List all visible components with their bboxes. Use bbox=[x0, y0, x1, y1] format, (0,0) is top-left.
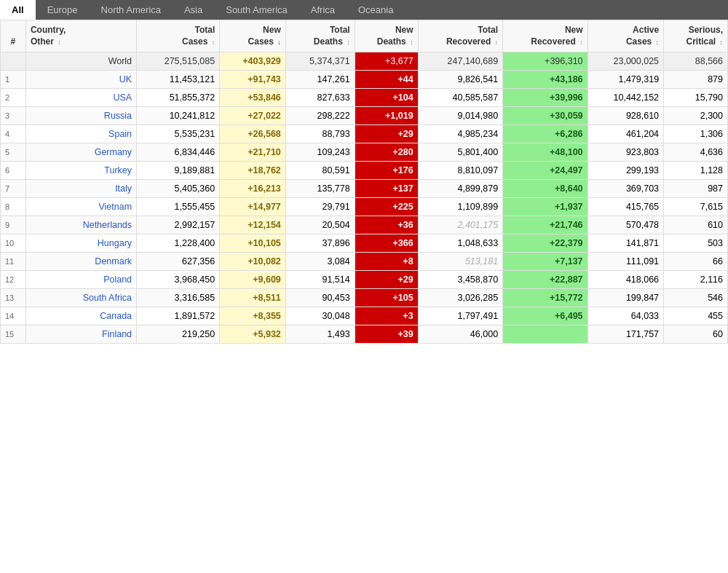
row-country[interactable]: Vietnam bbox=[25, 198, 136, 216]
tab-africa[interactable]: Africa bbox=[299, 0, 347, 20]
row-total-recovered: 1,109,899 bbox=[418, 198, 502, 216]
row-total-cases: 1,891,572 bbox=[137, 307, 220, 325]
row-new-cases: +26,568 bbox=[220, 125, 286, 143]
world-active-cases: 23,000,025 bbox=[587, 52, 664, 71]
row-active-cases: 369,703 bbox=[587, 180, 664, 198]
country-link[interactable]: Poland bbox=[103, 274, 132, 285]
row-country[interactable]: Russia bbox=[25, 107, 136, 125]
row-total-deaths: 109,243 bbox=[285, 143, 355, 162]
country-link[interactable]: USA bbox=[113, 92, 132, 103]
row-num: 12 bbox=[1, 271, 26, 289]
row-serious: 610 bbox=[664, 216, 728, 234]
country-link[interactable]: South Africa bbox=[83, 293, 132, 303]
country-link[interactable]: Vietnam bbox=[98, 202, 132, 212]
tab-oceania[interactable]: Oceania bbox=[347, 0, 405, 20]
row-num: 7 bbox=[1, 180, 26, 198]
row-country[interactable]: UK bbox=[25, 71, 136, 89]
row-total-recovered: 513,181 bbox=[418, 253, 502, 271]
world-total-deaths: 5,374,371 bbox=[285, 52, 355, 71]
col-num: # bbox=[1, 20, 26, 52]
row-country[interactable]: South Africa bbox=[25, 289, 136, 307]
row-total-recovered: 3,458,870 bbox=[418, 271, 502, 289]
row-total-cases: 219,250 bbox=[137, 325, 220, 344]
row-active-cases: 111,091 bbox=[587, 253, 664, 271]
row-total-deaths: 91,514 bbox=[285, 271, 355, 289]
country-link[interactable]: Netherlands bbox=[83, 220, 132, 230]
row-country[interactable]: Italy bbox=[25, 180, 136, 198]
row-new-recovered: +22,379 bbox=[503, 234, 587, 253]
row-num: 15 bbox=[1, 325, 26, 344]
tab-north-america[interactable]: North America bbox=[90, 0, 173, 20]
country-link[interactable]: Spain bbox=[108, 129, 132, 139]
row-new-recovered: +1,937 bbox=[503, 198, 587, 216]
row-active-cases: 141,871 bbox=[587, 234, 664, 253]
country-link[interactable]: Russia bbox=[104, 111, 132, 121]
row-new-deaths: +137 bbox=[355, 180, 418, 198]
row-new-cases: +10,105 bbox=[220, 234, 286, 253]
world-new-cases: +403,929 bbox=[220, 52, 286, 71]
row-country[interactable]: Canada bbox=[25, 307, 136, 325]
row-total-deaths: 29,791 bbox=[285, 198, 355, 216]
row-total-recovered: 40,585,587 bbox=[418, 89, 502, 107]
world-serious: 88,566 bbox=[664, 52, 728, 71]
row-active-cases: 461,204 bbox=[587, 125, 664, 143]
row-country[interactable]: USA bbox=[25, 89, 136, 107]
tab-europe[interactable]: Europe bbox=[36, 0, 90, 20]
world-total-recovered: 247,140,689 bbox=[418, 52, 502, 71]
row-new-recovered: +6,495 bbox=[503, 307, 587, 325]
row-country[interactable]: Finland bbox=[25, 325, 136, 344]
row-new-deaths: +29 bbox=[355, 125, 418, 143]
row-active-cases: 928,610 bbox=[587, 107, 664, 125]
row-new-cases: +10,082 bbox=[220, 253, 286, 271]
row-country[interactable]: Denmark bbox=[25, 253, 136, 271]
country-link[interactable]: Italy bbox=[115, 183, 132, 194]
row-country[interactable]: Turkey bbox=[25, 162, 136, 180]
row-total-deaths: 3,084 bbox=[285, 253, 355, 271]
country-link[interactable]: Hungary bbox=[98, 238, 132, 248]
col-new-cases[interactable]: NewCases ↓ bbox=[220, 20, 286, 52]
row-num: 8 bbox=[1, 198, 26, 216]
row-total-deaths: 80,591 bbox=[285, 162, 355, 180]
country-link[interactable]: Finland bbox=[102, 329, 132, 339]
country-link[interactable]: Turkey bbox=[104, 165, 132, 175]
row-total-deaths: 88,793 bbox=[285, 125, 355, 143]
row-total-recovered: 5,801,400 bbox=[418, 143, 502, 162]
country-link[interactable]: Canada bbox=[100, 311, 132, 321]
row-serious: 879 bbox=[664, 71, 728, 89]
row-total-deaths: 20,504 bbox=[285, 216, 355, 234]
col-serious[interactable]: Serious,Critical ↕ bbox=[664, 20, 728, 52]
col-new-deaths[interactable]: NewDeaths ↕ bbox=[355, 20, 418, 52]
col-total-deaths[interactable]: TotalDeaths ↕ bbox=[285, 20, 355, 52]
row-num: 5 bbox=[1, 143, 26, 162]
row-serious: 4,636 bbox=[664, 143, 728, 162]
table-header: # Country,Other ↕ TotalCases ↕ NewCases … bbox=[1, 20, 728, 52]
row-new-deaths: +39 bbox=[355, 325, 418, 344]
country-link[interactable]: Germany bbox=[95, 147, 132, 157]
row-total-recovered: 9,014,980 bbox=[418, 107, 502, 125]
col-total-recovered[interactable]: TotalRecovered ↕ bbox=[418, 20, 502, 52]
row-total-deaths: 30,048 bbox=[285, 307, 355, 325]
tab-asia[interactable]: Asia bbox=[173, 0, 214, 20]
row-country[interactable]: Poland bbox=[25, 271, 136, 289]
country-link[interactable]: UK bbox=[119, 74, 132, 84]
col-new-recovered[interactable]: NewRecovered ↕ bbox=[503, 20, 587, 52]
row-country[interactable]: Spain bbox=[25, 125, 136, 143]
row-new-deaths: +176 bbox=[355, 162, 418, 180]
row-total-recovered: 4,985,234 bbox=[418, 125, 502, 143]
row-total-cases: 6,834,446 bbox=[137, 143, 220, 162]
row-num: 2 bbox=[1, 89, 26, 107]
col-total-cases[interactable]: TotalCases ↕ bbox=[137, 20, 220, 52]
row-country[interactable]: Hungary bbox=[25, 234, 136, 253]
row-country[interactable]: Germany bbox=[25, 143, 136, 162]
col-country[interactable]: Country,Other ↕ bbox=[25, 20, 136, 52]
row-new-cases: +12,154 bbox=[220, 216, 286, 234]
row-country[interactable]: Netherlands bbox=[25, 216, 136, 234]
table-row: 1 UK 11,453,121 +91,743 147,261 +44 9,82… bbox=[1, 71, 728, 89]
row-new-deaths: +225 bbox=[355, 198, 418, 216]
country-link[interactable]: Denmark bbox=[95, 256, 132, 266]
tab-all[interactable]: All bbox=[0, 0, 36, 20]
row-serious: 2,116 bbox=[664, 271, 728, 289]
row-new-cases: +91,743 bbox=[220, 71, 286, 89]
tab-south-america[interactable]: South America bbox=[214, 0, 299, 20]
col-active-cases[interactable]: ActiveCases ↕ bbox=[587, 20, 664, 52]
